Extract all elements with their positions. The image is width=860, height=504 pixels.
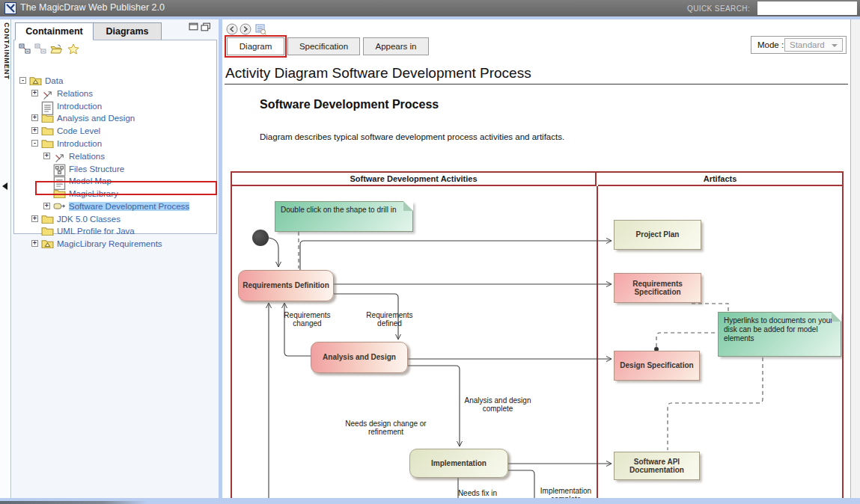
- expander-icon[interactable]: +: [31, 215, 38, 222]
- tab-diagrams[interactable]: Diagrams: [94, 22, 162, 40]
- tree-item-introduction-2[interactable]: - Introduction: [15, 137, 216, 150]
- open-folder-icon[interactable]: [50, 43, 63, 55]
- expander-icon[interactable]: -: [19, 77, 26, 84]
- favorites-star-icon[interactable]: [67, 43, 80, 55]
- tree-item-label: Relations: [69, 152, 105, 161]
- tree-item-magiclibrary[interactable]: MagicLibrary: [15, 187, 216, 200]
- mode-select[interactable]: Standard: [784, 38, 843, 52]
- sidebar: Containment Diagrams: [12, 19, 219, 498]
- activity-requirements-definition[interactable]: Requirements Definition: [238, 270, 334, 301]
- single-window-icon[interactable]: [189, 22, 198, 31]
- structure-diagram-icon: [53, 164, 66, 174]
- forward-button[interactable]: [240, 23, 251, 35]
- edge-label-needs-fix: Needs fix in requirements: [448, 489, 507, 498]
- model-folder-icon: [41, 239, 54, 249]
- quick-search-label: QUICK SEARCH:: [687, 4, 750, 13]
- mode-control: Mode : Standard: [751, 36, 847, 54]
- activity-diagram: Software Development Activities Artifact…: [231, 171, 844, 498]
- containment-collapse-rail[interactable]: CONTAINMENT: [0, 19, 11, 498]
- expander-icon[interactable]: +: [31, 90, 38, 96]
- tree-item-label: Files Structure: [69, 165, 124, 173]
- tree-item-software-development-process[interactable]: + Software Development Process: [15, 200, 216, 212]
- expander-icon[interactable]: +: [31, 127, 38, 134]
- tree-item-jdk-classes[interactable]: + JDK 5.0 Classes: [15, 212, 216, 225]
- tab-specification[interactable]: Specification: [287, 37, 360, 55]
- expander-icon[interactable]: -: [31, 140, 38, 147]
- tree-item-label: Analysis and Design: [57, 114, 135, 123]
- tree-item-files-structure[interactable]: Files Structure: [15, 162, 216, 175]
- note-drill-in: Double click on the shape to drill in: [275, 201, 413, 232]
- diagram-description: Diagram describes typical software devel…: [260, 132, 564, 141]
- folder-icon: [53, 188, 66, 199]
- sidebar-main-divider[interactable]: [219, 19, 222, 498]
- mode-value: Standard: [790, 40, 825, 49]
- tree-item-introduction[interactable]: Introduction: [15, 99, 216, 112]
- tree-item-label: Relations: [57, 89, 93, 98]
- tree-item-label: Model Map: [69, 176, 112, 185]
- tab-appears-in[interactable]: Appears in: [363, 37, 429, 55]
- expander-icon[interactable]: +: [43, 203, 50, 209]
- collapse-left-arrow-icon[interactable]: [2, 182, 7, 190]
- window-title: The MagicDraw Web Publisher 2.0: [20, 2, 165, 13]
- titlebar: The MagicDraw Web Publisher 2.0 QUICK SE…: [0, 0, 860, 16]
- activity-analysis-and-design[interactable]: Analysis and Design: [311, 342, 408, 373]
- artifact-requirements-specification[interactable]: Requirements Specification: [614, 273, 701, 303]
- expander-icon[interactable]: +: [31, 114, 38, 121]
- edge-label-requirements-defined: Requirements defined: [358, 311, 421, 328]
- cascade-windows-icon[interactable]: [201, 22, 211, 31]
- edge-label-requirements-changed: Requirements changed: [275, 311, 339, 328]
- folder-icon: [41, 138, 54, 149]
- tree-item-label: Data: [45, 76, 63, 85]
- tree-item-model-map[interactable]: Model Map: [15, 174, 216, 187]
- edge-label-needs-design: Needs design change or refinement: [343, 420, 429, 436]
- tree-item-data[interactable]: - Data: [15, 74, 216, 87]
- rail-label: CONTAINMENT: [3, 22, 10, 80]
- model-folder-icon: [29, 76, 42, 86]
- folder-icon: [41, 214, 54, 224]
- bottom-scrollbar-thumb[interactable]: [0, 501, 147, 504]
- back-button[interactable]: [226, 23, 238, 35]
- tree-item-uml-profile[interactable]: UML Profile for Java: [15, 224, 216, 237]
- tree-item-label: Software Development Process: [69, 202, 189, 211]
- tree-item-label: UML Profile for Java: [57, 227, 135, 236]
- tree-item-analysis-and-design[interactable]: + Analysis and Design: [15, 111, 216, 124]
- properties-button[interactable]: [254, 23, 266, 35]
- folder-icon: [41, 126, 54, 136]
- tab-containment[interactable]: Containment: [15, 22, 94, 40]
- activity-implementation[interactable]: Implementation: [409, 449, 508, 478]
- tree-item-label: MagicLibrary Requirements: [57, 239, 162, 248]
- page-title: Activity Diagram Software Development Pr…: [225, 65, 531, 82]
- relations-icon: [41, 88, 54, 99]
- tree-item-relations-2[interactable]: + Relations: [15, 150, 216, 162]
- containment-tree-panel: - Data + Relations Introduction + Analys…: [13, 40, 217, 234]
- edge-label-analysis-design-complete: Analysis and design complete: [464, 396, 531, 413]
- artifact-software-api-documentation[interactable]: Software API Documentation: [614, 452, 700, 480]
- tree-item-relations[interactable]: + Relations: [15, 87, 216, 99]
- tree-item-label: Introduction: [57, 102, 102, 111]
- quick-search-input[interactable]: [757, 1, 857, 15]
- edge-label-implementation-complete: Implementation complete: [531, 487, 600, 498]
- heading-rule: [225, 84, 848, 84]
- vertical-scrollbar[interactable]: [850, 19, 860, 498]
- tree-item-label: Introduction: [57, 139, 102, 148]
- tree-item-code-level[interactable]: + Code Level: [15, 124, 216, 137]
- diagram-title: Software Development Process: [260, 98, 439, 111]
- tree-item-label: Code Level: [57, 126, 100, 135]
- expander-icon[interactable]: +: [43, 153, 50, 159]
- note-hyperlinks: Hyperlinks to documents on your disk can…: [718, 312, 841, 357]
- tree-item-label: MagicLibrary: [69, 189, 118, 198]
- mode-label: Mode :: [757, 40, 784, 49]
- document-icon: [41, 101, 54, 111]
- tab-diagram[interactable]: Diagram: [227, 37, 284, 55]
- chevron-down-icon: [832, 44, 838, 47]
- collapse-selected-icon[interactable]: [34, 43, 47, 55]
- magicdraw-web-publisher-window: The MagicDraw Web Publisher 2.0 QUICK SE…: [0, 0, 860, 504]
- tree-item-magiclibrary-requirements[interactable]: + MagicLibrary Requirements: [15, 237, 216, 250]
- tree-item-label: JDK 5.0 Classes: [57, 215, 121, 224]
- artifact-design-specification[interactable]: Design Specification: [614, 351, 700, 381]
- artifact-project-plan[interactable]: Project Plan: [614, 220, 701, 250]
- collapse-all-icon[interactable]: [19, 43, 31, 55]
- initial-node[interactable]: [252, 230, 269, 246]
- expander-icon[interactable]: +: [31, 240, 38, 247]
- relations-icon: [53, 151, 66, 162]
